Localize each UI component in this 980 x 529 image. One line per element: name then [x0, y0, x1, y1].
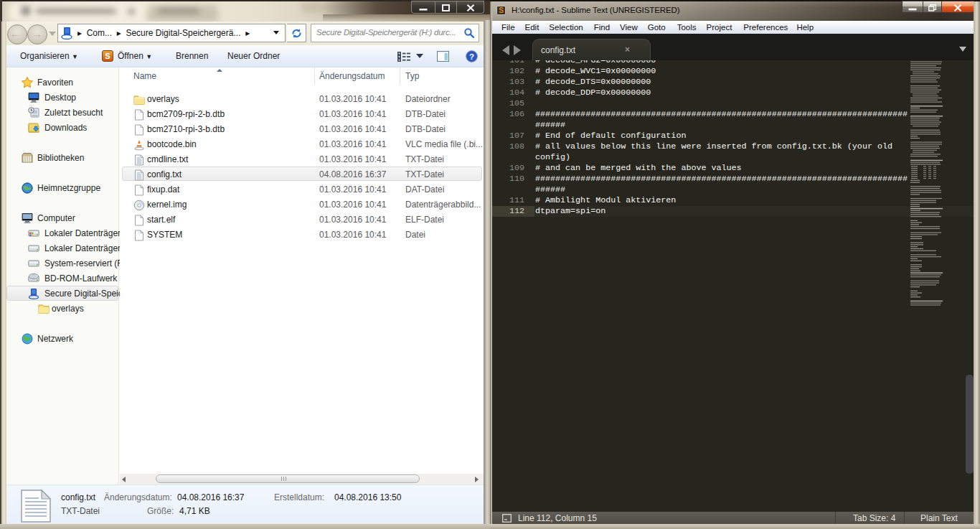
svg-text:?: ?	[469, 52, 474, 61]
